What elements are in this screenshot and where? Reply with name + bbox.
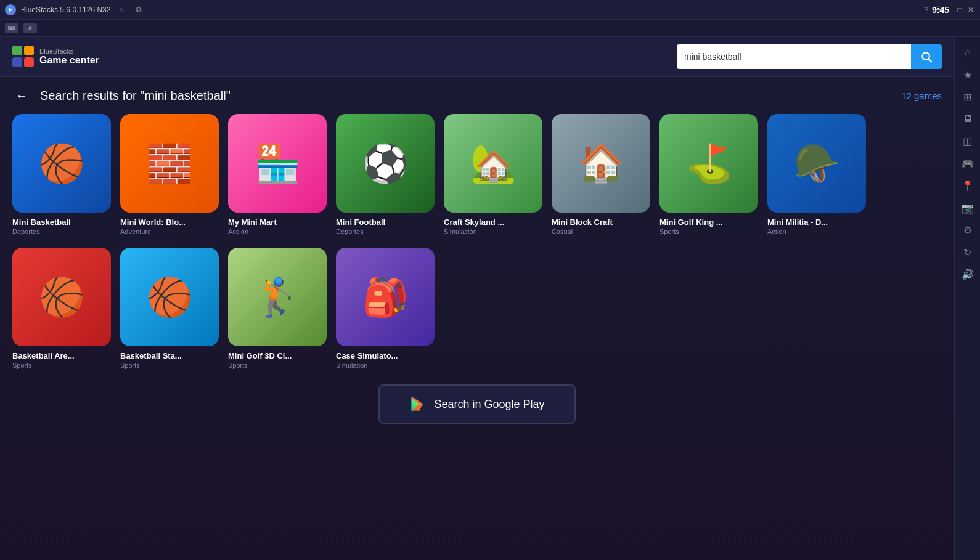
results-title: Search results for "mini basketball" [40,89,231,103]
game-card-case-simulator[interactable]: 🎒 Case Simulato... Simulation [336,248,435,369]
games-row-2: 🏀 Basketball Are... Sports 🏀 Basketball … [12,248,942,369]
game-genre-craft-skyland: Simulación [444,228,542,235]
home-icon[interactable]: ⌂ [115,4,128,16]
maximize-button[interactable]: □ [955,6,964,14]
logo-icon-2 [24,46,34,55]
search-button[interactable] [911,44,942,69]
svg-line-3 [929,59,932,62]
game-card-craft-skyland[interactable]: 🏡 Craft Skyland ... Simulación [444,114,542,235]
product-name: Game center [39,55,99,66]
sidebar-right: ⌂ ★ ⊞ 🖥 ◫ 🎮 📍 📷 ⚙ ↻ 🔊 [954,37,980,560]
clock: 9:45 [932,5,949,15]
sidebar-icon-grid[interactable]: ⊞ [958,87,977,106]
game-thumb-craft-skyland: 🏡 [444,114,542,213]
search-box [677,44,942,69]
game-card-mini-world[interactable]: 🧱 Mini World: Blo... Adventure [120,114,219,235]
game-title-mini-football: Mini Football [336,217,435,227]
logo-text: BlueStacks Game center [39,47,99,66]
game-thumb-basketball-are: 🏀 [12,248,111,346]
game-genre-case-simulator: Simulation [336,362,435,369]
logo-icon-4 [24,57,34,67]
sidebar-icon-layers[interactable]: ◫ [958,132,977,150]
bluestacks-logo: BlueStacks Game center [12,46,99,68]
sidebar-icon-gamepad[interactable]: 🎮 [958,154,977,172]
game-title-mini-basketball: Mini Basketball [12,217,111,227]
game-thumb-mini-world: 🧱 [120,114,219,213]
title-bar-left: BlueStacks 5.6.0.1126 N32 ⌂ ⧉ [5,4,922,16]
game-title-mini-golf-king: Mini Golf King ... [659,217,758,227]
game-card-basketball-are[interactable]: 🏀 Basketball Are... Sports [12,248,111,369]
game-thumb-mini-block: 🏠 [552,114,650,213]
bluestacks-small-icon [5,4,16,15]
game-thumb-my-mini-mart: 🏪 [228,114,327,213]
game-thumb-mini-golf-king: ⛳ [659,114,758,213]
game-thumb-mini-militia: 🪖 [767,114,866,213]
game-title-mini-world: Mini World: Blo... [120,217,219,227]
game-genre-mini-block: Casual [552,228,650,235]
game-genre-mini-football: Deportes [336,228,435,235]
sidebar-icon-camera[interactable]: 📷 [958,198,977,217]
search-input[interactable] [677,44,911,69]
keyboard-icon[interactable]: ⌨ [5,23,18,33]
logo-icon-3 [12,57,22,67]
game-card-mini-basketball[interactable]: 🏀 Mini Basketball Deportes [12,114,111,235]
game-card-mini-militia[interactable]: 🪖 Mini Militia - D... Action [767,114,866,235]
app-header: BlueStacks Game center [0,37,954,77]
game-genre-basketball-sta: Sports [120,362,219,369]
google-play-text: Search in Google Play [434,398,544,411]
game-card-mini-golf-3d[interactable]: 🏌️ Mini Golf 3D Ci... Sports [228,248,327,369]
main-layout: BlueStacks Game center ← Search results … [0,37,980,560]
title-bar: BlueStacks 5.6.0.1126 N32 ⌂ ⧉ 9:45 ? ☰ —… [0,0,980,20]
game-genre-mini-world: Adventure [120,228,219,235]
game-card-mini-golf-king[interactable]: ⛳ Mini Golf King ... Sports [659,114,758,235]
game-title-case-simulator: Case Simulato... [336,351,435,360]
game-card-mini-football[interactable]: ⚽ Mini Football Deportes [336,114,435,235]
sidebar-icon-monitor[interactable]: 🖥 [958,110,977,128]
text-icon[interactable]: A [23,23,37,33]
close-button[interactable]: ✕ [966,6,975,14]
game-card-my-mini-mart[interactable]: 🏪 My Mini Mart Acción [228,114,327,235]
game-thumb-case-simulator: 🎒 [336,248,435,346]
multi-instance-icon[interactable]: ⧉ [133,4,145,16]
back-button[interactable]: ← [12,86,31,105]
game-title-craft-skyland: Craft Skyland ... [444,217,542,227]
game-genre-mini-golf-king: Sports [659,228,758,235]
game-thumb-basketball-sta: 🏀 [120,248,219,346]
google-play-icon [409,396,427,413]
game-card-basketball-sta[interactable]: 🏀 Basketball Sta... Sports [120,248,219,369]
game-title-basketball-are: Basketball Are... [12,351,111,360]
google-play-button[interactable]: Search in Google Play [378,384,576,424]
help-button[interactable]: ? [922,6,931,14]
game-thumb-mini-football: ⚽ [336,114,435,213]
title-bar-title: BlueStacks 5.6.0.1126 N32 [21,6,110,14]
game-genre-mini-basketball: Deportes [12,228,111,235]
sidebar-icon-volume[interactable]: 🔊 [958,265,977,283]
game-genre-my-mini-mart: Acción [228,228,327,235]
sidebar-icon-refresh[interactable]: ↻ [958,243,977,261]
game-thumb-mini-golf-3d: 🏌️ [228,248,327,346]
game-title-my-mini-mart: My Mini Mart [228,217,327,227]
game-title-mini-block: Mini Block Craft [552,217,650,227]
games-grid: 🏀 Mini Basketball Deportes 🧱 Mini World:… [0,114,954,369]
game-genre-mini-golf-3d: Sports [228,362,327,369]
game-title-basketball-sta: Basketball Sta... [120,351,219,360]
sidebar-icon-map[interactable]: 📍 [958,176,977,195]
keyboard-row: ⌨ A [0,20,980,37]
game-card-mini-block[interactable]: 🏠 Mini Block Craft Casual [552,114,650,235]
logo-icons [12,46,35,68]
logo-icon-1 [12,46,22,55]
content-area: BlueStacks Game center ← Search results … [0,37,954,560]
results-header: ← Search results for "mini basketball" 1… [0,77,954,114]
game-thumb-mini-basketball: 🏀 [12,114,111,213]
brand-name: BlueStacks [39,47,99,55]
sidebar-icon-star[interactable]: ★ [958,65,977,84]
game-title-mini-golf-3d: Mini Golf 3D Ci... [228,351,327,360]
sidebar-icon-home[interactable]: ⌂ [958,43,977,62]
sidebar-icon-settings[interactable]: ⚙ [958,221,977,239]
games-row-1: 🏀 Mini Basketball Deportes 🧱 Mini World:… [12,114,942,235]
game-genre-mini-militia: Action [767,228,866,235]
game-genre-basketball-are: Sports [12,362,111,369]
game-title-mini-militia: Mini Militia - D... [767,217,866,227]
results-count: 12 games [901,91,942,101]
